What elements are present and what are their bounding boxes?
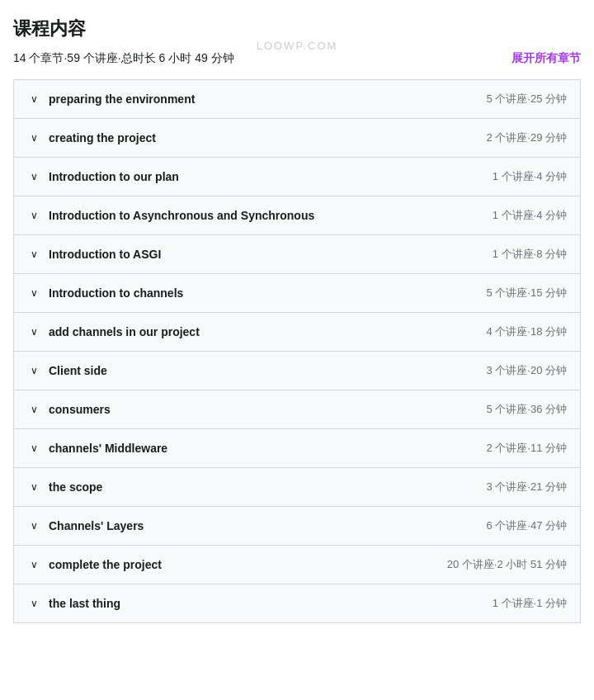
chevron-down-icon: ∨ <box>27 481 40 493</box>
summary-text: 14 个章节·59 个讲座·总时长 6 小时 49 分钟 <box>13 51 234 66</box>
chapter-item[interactable]: ∨ add channels in our project 4 个讲座·18 分… <box>14 313 580 352</box>
chapter-title: the scope <box>49 480 102 494</box>
chapter-meta: 4 个讲座·18 分钟 <box>486 324 567 339</box>
chapter-left: ∨ Introduction to our plan <box>27 170 493 183</box>
chapter-item[interactable]: ∨ the scope 3 个讲座·21 分钟 <box>14 468 580 507</box>
chapter-title: creating the project <box>49 131 156 144</box>
chapter-item[interactable]: ∨ Introduction to ASGI 1 个讲座·8 分钟 <box>14 235 580 274</box>
chevron-down-icon: ∨ <box>27 171 40 182</box>
chevron-down-icon: ∨ <box>27 248 40 260</box>
chapter-title: Client side <box>49 364 107 377</box>
chapter-left: ∨ add channels in our project <box>27 325 486 338</box>
chapter-left: ∨ complete the project <box>27 558 447 571</box>
chapter-item[interactable]: ∨ creating the project 2 个讲座·29 分钟 <box>14 119 580 158</box>
chapter-item[interactable]: ∨ Introduction to channels 5 个讲座·15 分钟 <box>14 274 580 313</box>
chevron-down-icon: ∨ <box>27 559 40 570</box>
chapter-title: preparing the environment <box>49 92 195 106</box>
chapter-left: ∨ Introduction to Asynchronous and Synch… <box>27 209 493 222</box>
chevron-down-icon: ∨ <box>27 287 40 299</box>
chapter-title: Introduction to our plan <box>49 170 179 183</box>
chapter-meta: 1 个讲座·4 分钟 <box>493 169 567 184</box>
chapter-meta: 2 个讲座·11 分钟 <box>486 441 567 456</box>
chapter-left: ∨ channels' Middleware <box>27 442 486 455</box>
chapter-title: consumers <box>49 403 111 416</box>
chapter-item[interactable]: ∨ channels' Middleware 2 个讲座·11 分钟 <box>14 429 580 468</box>
chevron-down-icon: ∨ <box>27 365 40 376</box>
chapter-meta: 5 个讲座·15 分钟 <box>486 286 567 300</box>
chapter-item[interactable]: ∨ complete the project 20 个讲座·2 小时 51 分钟 <box>14 546 580 584</box>
chapter-left: ∨ preparing the environment <box>27 92 486 106</box>
chevron-down-icon: ∨ <box>27 132 40 144</box>
chapter-title: channels' Middleware <box>49 442 167 455</box>
chapter-meta: 1 个讲座·8 分钟 <box>493 247 567 262</box>
chapter-title: Introduction to Asynchronous and Synchro… <box>49 209 314 222</box>
chapter-left: ∨ Channels' Layers <box>27 519 486 532</box>
chapter-title: Introduction to channels <box>49 286 183 300</box>
chapter-item[interactable]: ∨ Introduction to Asynchronous and Synch… <box>14 196 580 235</box>
chevron-down-icon: ∨ <box>27 93 40 105</box>
chapter-meta: 1 个讲座·1 分钟 <box>493 596 567 611</box>
chapter-item[interactable]: ∨ Client side 3 个讲座·20 分钟 <box>14 352 580 390</box>
chapter-title: Introduction to ASGI <box>49 248 161 261</box>
chapter-meta: 6 个讲座·47 分钟 <box>486 518 567 533</box>
watermark: LOOWP.COM <box>257 40 338 52</box>
chevron-down-icon: ∨ <box>27 404 40 415</box>
chapter-item[interactable]: ∨ the last thing 1 个讲座·1 分钟 <box>14 584 580 623</box>
page-title: 课程内容 <box>13 17 581 41</box>
chapter-left: ∨ consumers <box>27 403 486 416</box>
chapter-item[interactable]: ∨ preparing the environment 5 个讲座·25 分钟 <box>14 80 580 119</box>
chapter-title: add channels in our project <box>49 325 200 338</box>
chapter-meta: 1 个讲座·4 分钟 <box>493 208 567 223</box>
chapter-meta: 5 个讲座·36 分钟 <box>486 402 567 417</box>
chapter-meta: 3 个讲座·20 分钟 <box>486 363 567 378</box>
chapter-meta: 3 个讲座·21 分钟 <box>486 480 567 494</box>
chapter-left: ∨ Introduction to ASGI <box>27 248 493 261</box>
chapter-left: ∨ the scope <box>27 480 486 494</box>
chevron-down-icon: ∨ <box>27 326 40 338</box>
chapter-title: Channels' Layers <box>49 519 144 532</box>
chapter-meta: 2 个讲座·29 分钟 <box>486 130 567 145</box>
chevron-down-icon: ∨ <box>27 520 40 532</box>
chapter-left: ∨ creating the project <box>27 131 486 144</box>
chevron-down-icon: ∨ <box>27 598 40 609</box>
chevron-down-icon: ∨ <box>27 210 40 221</box>
summary-row: 14 个章节·59 个讲座·总时长 6 小时 49 分钟 展开所有章节 <box>13 51 581 66</box>
chapter-item[interactable]: ∨ Introduction to our plan 1 个讲座·4 分钟 <box>14 158 580 196</box>
chapter-item[interactable]: ∨ Channels' Layers 6 个讲座·47 分钟 <box>14 507 580 546</box>
chapter-item[interactable]: ∨ consumers 5 个讲座·36 分钟 <box>14 390 580 429</box>
chapter-meta: 20 个讲座·2 小时 51 分钟 <box>447 557 567 572</box>
chapter-left: ∨ Client side <box>27 364 486 377</box>
chapter-left: ∨ Introduction to channels <box>27 286 486 300</box>
chapter-title: the last thing <box>49 597 120 610</box>
chevron-down-icon: ∨ <box>27 442 40 454</box>
expand-all-link[interactable]: 展开所有章节 <box>512 51 581 66</box>
chapter-title: complete the project <box>49 558 162 571</box>
chapter-list: ∨ preparing the environment 5 个讲座·25 分钟 … <box>13 79 581 623</box>
chapter-meta: 5 个讲座·25 分钟 <box>486 92 567 106</box>
chapter-left: ∨ the last thing <box>27 597 493 610</box>
